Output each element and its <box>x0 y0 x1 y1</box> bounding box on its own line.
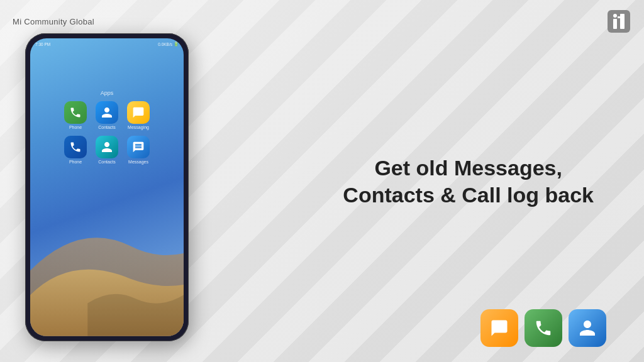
phone-old-icon <box>64 101 87 124</box>
svg-rect-2 <box>613 19 617 29</box>
main-content: Get old Messages, Contacts & Call log ba… <box>343 155 594 208</box>
miui-logo-svg <box>606 9 631 34</box>
miui-logo <box>606 9 631 34</box>
svg-rect-0 <box>608 10 630 33</box>
app-icon-contacts-old: Contacts <box>96 101 118 129</box>
phone-container: 7:30 PM 0.0KB/s 🔋 <box>25 25 226 349</box>
app-icon-phone-old: Phone <box>64 101 87 129</box>
heading-line2: Contacts & Call log back <box>343 181 594 208</box>
contacts-old-icon <box>96 101 118 124</box>
messaging-icon <box>127 101 150 124</box>
app-icon-messaging: Messaging <box>127 101 150 129</box>
phone-old-label: Phone <box>69 125 82 129</box>
apps-section: Apps Phone <box>30 52 184 170</box>
phone-new-label: Phone <box>69 160 82 164</box>
brand-text: Mi Community Global <box>13 17 94 26</box>
phone-frame: 7:30 PM 0.0KB/s 🔋 <box>25 33 189 341</box>
phone-screen: 7:30 PM 0.0KB/s 🔋 <box>30 38 184 336</box>
svg-rect-3 <box>620 14 625 29</box>
contacts-new-label: Contacts <box>98 160 116 164</box>
contacts-new-icon <box>96 136 118 158</box>
bottom-phone-icon <box>525 309 562 347</box>
messages-new-label: Messages <box>128 160 148 164</box>
messages-icon <box>127 136 150 158</box>
app-row-old: Phone Contacts <box>64 101 150 129</box>
app-icon-phone-new: Phone <box>64 136 87 164</box>
bottom-messaging-icon <box>480 309 518 347</box>
app-icon-contacts-new: Contacts <box>96 136 118 164</box>
landscape-svg <box>30 172 184 336</box>
main-heading: Get old Messages, Contacts & Call log ba… <box>343 155 594 208</box>
svg-rect-4 <box>618 16 620 18</box>
contacts-old-label: Contacts <box>98 125 116 129</box>
messaging-label: Messaging <box>128 125 149 129</box>
header: Mi Community Global <box>0 0 644 43</box>
bottom-contacts-icon <box>569 309 606 347</box>
apps-label: Apps <box>101 90 114 96</box>
phone-new-icon <box>64 136 87 158</box>
heading-line1: Get old Messages, <box>343 155 594 182</box>
bottom-icons <box>480 309 606 347</box>
svg-point-1 <box>613 14 617 18</box>
app-icon-messages: Messages <box>127 136 150 164</box>
app-row-new: Phone Contacts <box>64 136 150 164</box>
